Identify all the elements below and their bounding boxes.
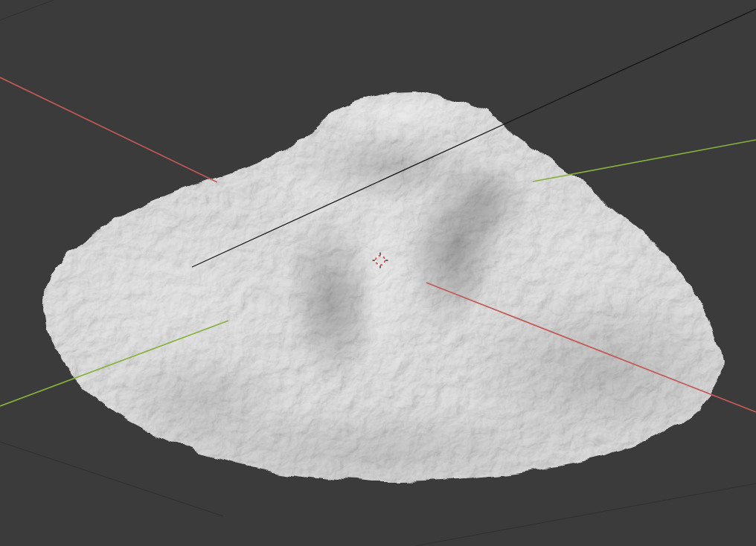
viewport-3d[interactable] — [0, 0, 756, 546]
viewport-canvas — [0, 0, 756, 546]
